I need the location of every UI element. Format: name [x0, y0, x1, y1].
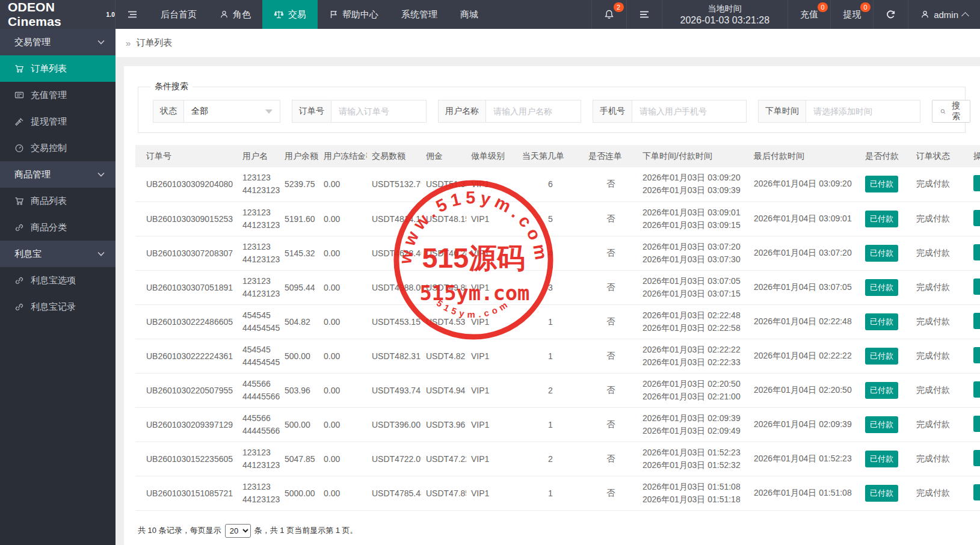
- tab-dashboard[interactable]: 后台首页: [149, 0, 208, 29]
- app-version: 1.0: [106, 11, 115, 18]
- phone-input[interactable]: [632, 100, 747, 123]
- action-cell: [969, 236, 980, 270]
- chevron-down-icon: [97, 251, 105, 256]
- tab-help-center[interactable]: 帮助中心: [318, 0, 390, 29]
- tab-system[interactable]: 系统管理: [390, 0, 449, 29]
- sidebar-item-label: 利息宝选项: [31, 275, 76, 286]
- list-icon: [639, 10, 650, 19]
- day-index-cell: 1: [517, 304, 584, 339]
- tab-label: 交易: [288, 9, 306, 20]
- status-select[interactable]: 全部: [184, 100, 280, 123]
- commission-cell: USDT49.88: [421, 270, 466, 304]
- row-action-button[interactable]: [973, 484, 980, 500]
- order-status-cell: 完成付款: [911, 270, 969, 304]
- chevron-down-icon: [97, 40, 105, 45]
- sidebar-item-product-list[interactable]: 商品列表: [0, 188, 116, 214]
- user-name-filter: 用户名称: [438, 100, 581, 123]
- user-name-cell: 12312344123123: [238, 236, 280, 270]
- sidebar-group-trade-management[interactable]: 交易管理: [0, 29, 116, 55]
- commission-cell: USDT51.33: [421, 167, 466, 202]
- table-row: UB2601030307051891123123441231235095.440…: [135, 270, 980, 304]
- user-name-cell: 45454544454545: [238, 339, 280, 373]
- table-row: UB2601030307208307123123441231235145.320…: [135, 236, 980, 270]
- level-cell: VIP1: [466, 304, 517, 339]
- sidebar-collapse-button[interactable]: [116, 0, 149, 29]
- sidebar-item-order-list[interactable]: 订单列表: [0, 55, 116, 82]
- admin-menu[interactable]: admin: [908, 0, 980, 29]
- recharge-button[interactable]: 充值 0: [787, 0, 830, 29]
- row-action-button[interactable]: [973, 416, 980, 432]
- level-cell: VIP1: [466, 476, 517, 510]
- row-action-button[interactable]: [973, 244, 980, 260]
- order-status-cell: 完成付款: [911, 304, 969, 339]
- withdraw-button[interactable]: 提现 0: [830, 0, 873, 29]
- amount-cell: USDT5132.79: [367, 167, 421, 202]
- order-no-cell: UB2601030307051891: [135, 270, 238, 304]
- day-index-cell: 2: [517, 442, 584, 476]
- amount-cell: USDT4722.09: [367, 442, 421, 476]
- serial-cell: 否: [584, 167, 638, 202]
- user-name-input[interactable]: [486, 100, 581, 123]
- recharge-badge: 0: [818, 2, 828, 12]
- order-time-cell: 2026年01月03日 03:09:202026年01月03日 03:09:39: [638, 167, 749, 202]
- local-time-value: 2026-01-03 03:21:28: [680, 14, 770, 26]
- tab-trade[interactable]: 交易: [262, 0, 318, 29]
- refresh-icon: [886, 10, 896, 20]
- row-action-button[interactable]: [973, 210, 980, 226]
- user-name-label: 用户名称: [438, 100, 486, 123]
- balance-cell: 500.00: [280, 339, 319, 373]
- page-size-select[interactable]: 20: [225, 524, 251, 538]
- table-row: UB260103022248660545454544454545504.820.…: [135, 304, 980, 339]
- row-action-button[interactable]: [973, 381, 980, 398]
- hamburger-icon: [127, 10, 138, 19]
- last-pay-time-cell: 2026年01月04日 03:09:20: [749, 167, 860, 202]
- amount-cell: USDT4814.15: [367, 202, 421, 236]
- row-action-button[interactable]: [973, 279, 980, 295]
- serial-cell: 否: [584, 270, 638, 304]
- row-action-button[interactable]: [973, 450, 980, 466]
- tab-roles[interactable]: 角色: [208, 0, 262, 29]
- amount-cell: USDT396.00: [367, 407, 421, 442]
- action-cell: [969, 339, 980, 373]
- sidebar-group-interest-treasure[interactable]: 利息宝: [0, 241, 116, 267]
- message-list-button[interactable]: [626, 0, 662, 29]
- order-status-cell: 完成付款: [911, 339, 969, 373]
- paid-status-cell: 已付款: [860, 202, 911, 236]
- sidebar-item-interest-options[interactable]: 利息宝选项: [0, 267, 116, 294]
- order-table: 订单号用户名用户余额用户冻结金额交易数额佣金做单级别当天第几单是否连单下单时间/…: [135, 145, 980, 511]
- sidebar-item-label: 提现管理: [31, 116, 67, 128]
- balance-cell: 5191.60: [280, 202, 319, 236]
- frozen-cell: 0.00: [319, 373, 367, 407]
- paid-badge: 已付款: [865, 313, 898, 330]
- sidebar-item-withdraw-management[interactable]: 提现管理: [0, 108, 116, 135]
- user-name-cell: 12312344123123: [238, 202, 280, 236]
- sidebar-item-interest-records[interactable]: 利息宝记录: [0, 294, 116, 320]
- row-action-button[interactable]: [973, 347, 980, 363]
- sidebar-group-product-management[interactable]: 商品管理: [0, 161, 116, 188]
- tab-mall[interactable]: 商城: [449, 0, 490, 29]
- amount-cell: USDT453.15: [367, 304, 421, 339]
- row-action-button[interactable]: [973, 175, 980, 191]
- notifications-button[interactable]: 2: [591, 0, 626, 29]
- row-action-button[interactable]: [973, 313, 980, 329]
- local-time-label: 当地时间: [708, 2, 742, 14]
- order-time-cell: 2026年01月03日 03:09:012026年01月03日 03:09:15: [638, 202, 749, 236]
- paid-badge: 已付款: [865, 176, 898, 192]
- commission-cell: USDT46.28: [421, 236, 466, 270]
- sidebar-item-trade-control[interactable]: 交易控制: [0, 135, 116, 161]
- paid-badge: 已付款: [865, 485, 898, 502]
- search-button[interactable]: 搜 索: [932, 100, 970, 123]
- commission-cell: USDT48.15: [421, 202, 466, 236]
- order-time-input[interactable]: [806, 100, 920, 123]
- sidebar-item-recharge-management[interactable]: 充值管理: [0, 82, 116, 108]
- flag-icon: [329, 10, 338, 19]
- order-no-cell: UB2601030222486605: [135, 304, 238, 339]
- refresh-button[interactable]: [873, 0, 908, 29]
- sidebar-item-product-category[interactable]: 商品分类: [0, 214, 116, 241]
- user-name-cell: 44556644445566: [238, 407, 280, 442]
- frozen-cell: 0.00: [319, 442, 367, 476]
- order-no-input[interactable]: [331, 100, 427, 123]
- table-row: UB260103020939712944556644445566500.000.…: [135, 407, 980, 442]
- column-header: 订单状态: [911, 145, 969, 167]
- person-icon: [220, 10, 229, 19]
